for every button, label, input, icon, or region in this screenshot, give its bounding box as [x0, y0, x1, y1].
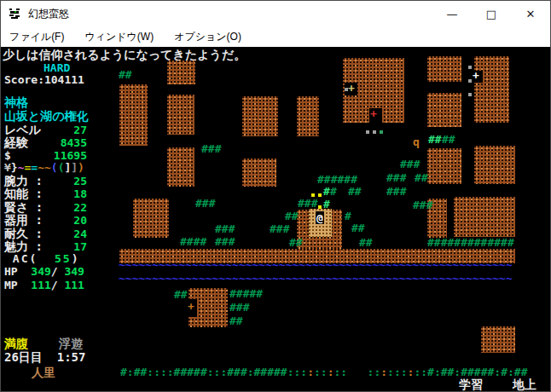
- building-wall: [427, 56, 461, 82]
- door-glyph: +: [473, 69, 479, 82]
- terrain-glyph: ###: [413, 199, 432, 211]
- terrain-glyph: ##: [351, 222, 365, 234]
- building-wall: [167, 147, 194, 187]
- window-title: 幻想蛮怒: [28, 7, 69, 21]
- water-row: ~~~~~~~~~~~~~~~~~~~~~~~~~~~~~~~~~~~~~~~~…: [119, 258, 513, 271]
- map-row-segment: :: [307, 366, 314, 378]
- floor-dot: [373, 130, 376, 134]
- map-row-segment: :::: [287, 366, 307, 378]
- terrain-glyph: #####: [229, 287, 263, 300]
- floor-dot: [345, 88, 348, 91]
- terrain-glyph: ###: [298, 197, 317, 210]
- menu-file[interactable]: ファイル(F): [9, 30, 64, 44]
- terrain-glyph: ##: [428, 133, 442, 146]
- map-row-segment: ::: [334, 366, 347, 378]
- door-glyph: +: [348, 82, 355, 95]
- floor-dot: [311, 193, 315, 197]
- map-row-segment: ::: [414, 366, 427, 378]
- terrain-glyph: ###: [215, 222, 235, 235]
- building-wall: [474, 56, 509, 123]
- map-row-segment: ::: [314, 366, 328, 378]
- game-window: 幻想蛮怒 — □ ✕ ファイル(F) ウィンドウ(W) オプション(O) 少しは…: [0, 0, 551, 392]
- terrain-glyph: ##: [289, 236, 303, 249]
- minimize-button[interactable]: —: [432, 1, 472, 26]
- terrain-glyph: ###: [270, 222, 289, 235]
- map-row-segment: :::: [387, 366, 407, 378]
- terrain-glyph: #############: [427, 236, 514, 249]
- building-wall: [167, 61, 195, 84]
- monster-glyph: q: [413, 135, 420, 148]
- terrain-glyph: #: [345, 210, 351, 222]
- terrain-glyph: ##: [348, 185, 362, 198]
- terrain-glyph: ######: [317, 173, 357, 186]
- player-glyph[interactable]: @: [316, 211, 324, 224]
- map-row-segment: #:##:#####:#:##: [427, 366, 527, 378]
- floor-dot: [468, 79, 472, 83]
- menu-window[interactable]: ウィンドウ(W): [84, 30, 154, 44]
- terrain-glyph: ###: [386, 171, 406, 184]
- map-row-segment: [347, 366, 367, 378]
- terrain-glyph: ###: [386, 185, 406, 198]
- title-bar: 幻想蛮怒 — □ ✕: [1, 1, 550, 26]
- door-glyph: +: [188, 300, 194, 313]
- terrain-glyph: ##: [229, 314, 243, 327]
- terrain-glyph: ###: [215, 235, 235, 248]
- building-wall: [481, 326, 515, 353]
- terrain-glyph: ##: [442, 133, 455, 146]
- floor-dot: [318, 205, 322, 209]
- game-client-area: 少しは信仰されるようになってきたようだ。 HARD Score:104111 神…: [1, 47, 551, 392]
- floor-dot: [318, 193, 322, 197]
- terrain-glyph: #: [323, 198, 330, 210]
- menu-bar: ファイル(F) ウィンドウ(W) オプション(O): [1, 26, 550, 47]
- map-row-segment: :: [380, 366, 387, 378]
- terrain-glyph: #: [323, 185, 330, 198]
- water-row: ~~~~~~~~~~~~~~~~~~~~~~~~~~~~~~~~~~~~~~~~…: [119, 272, 513, 285]
- maximize-button[interactable]: □: [472, 1, 511, 26]
- building-wall: [167, 95, 194, 135]
- building-wall: [297, 96, 319, 136]
- map-row-segment: ::: [368, 366, 381, 378]
- app-icon: [8, 7, 21, 20]
- terrain-glyph: #: [330, 185, 337, 198]
- map-bottom-row: #:##::::#####:::###:#####::::::::: :::::…: [120, 366, 527, 378]
- door-glyph: +: [370, 107, 377, 120]
- terrain-glyph: ##: [285, 210, 299, 222]
- floor-dot: [380, 130, 383, 134]
- terrain-glyph: ##: [174, 288, 188, 301]
- terrain-glyph: ##: [415, 171, 428, 184]
- map-row-segment: #:##::::#####:::###:#####: [120, 366, 287, 378]
- terrain-glyph: ###: [229, 301, 249, 314]
- terrain-glyph: ##: [119, 68, 132, 81]
- building-wall: [474, 146, 515, 184]
- floor-dot: [468, 93, 472, 96]
- floor-dot: [366, 130, 369, 134]
- menu-options[interactable]: オプション(O): [174, 30, 241, 44]
- floor-dot: [468, 66, 472, 69]
- building-wall: [242, 96, 278, 136]
- building-wall: [427, 93, 461, 127]
- terrain-glyph: ###: [201, 142, 221, 155]
- building-wall: [133, 199, 169, 238]
- building-wall: [242, 159, 276, 187]
- town-map-viewport[interactable]: ########################################…: [1, 47, 551, 392]
- terrain-glyph: ##: [359, 236, 373, 249]
- terrain-glyph: ###: [400, 158, 420, 170]
- building-wall: [119, 84, 148, 146]
- close-button[interactable]: ✕: [511, 1, 550, 26]
- building-wall: [427, 148, 461, 184]
- terrain-glyph: ###: [195, 197, 215, 210]
- building-wall: [454, 197, 515, 237]
- terrain-glyph: ####: [180, 235, 206, 248]
